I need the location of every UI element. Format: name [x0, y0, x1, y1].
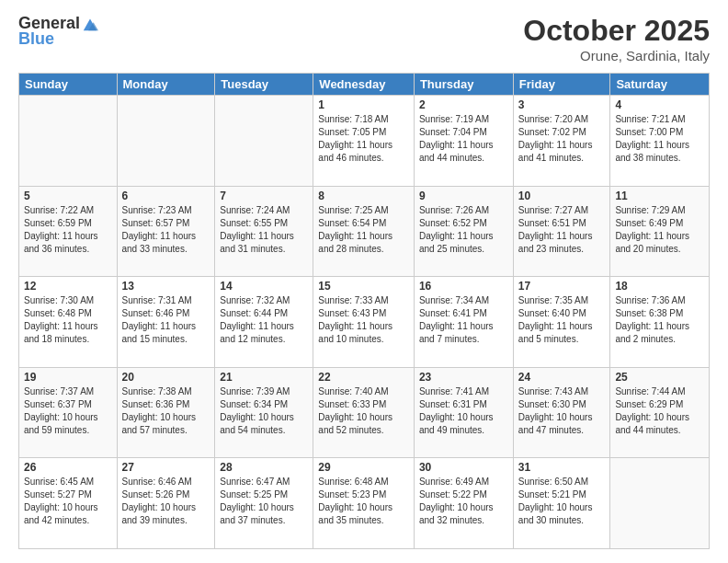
calendar-cell: 30Sunrise: 6:49 AM Sunset: 5:22 PM Dayli…: [414, 458, 513, 549]
day-info: Sunrise: 7:30 AM Sunset: 6:48 PM Dayligh…: [24, 294, 112, 346]
day-info: Sunrise: 6:45 AM Sunset: 5:27 PM Dayligh…: [24, 476, 112, 527]
day-info: Sunrise: 7:39 AM Sunset: 6:34 PM Dayligh…: [220, 385, 308, 437]
day-info: Sunrise: 7:22 AM Sunset: 6:59 PM Dayligh…: [24, 204, 112, 256]
day-number: 3: [518, 98, 606, 111]
day-number: 6: [122, 190, 210, 202]
calendar-cell: 2Sunrise: 7:19 AM Sunset: 7:04 PM Daylig…: [414, 96, 513, 187]
day-info: Sunrise: 7:31 AM Sunset: 6:46 PM Dayligh…: [122, 294, 210, 346]
day-number: 25: [615, 371, 704, 384]
calendar-cell: 7Sunrise: 7:24 AM Sunset: 6:55 PM Daylig…: [215, 186, 313, 277]
day-number: 2: [419, 98, 508, 111]
day-number: 26: [24, 461, 112, 474]
header-row: SundayMondayTuesdayWednesdayThursdayFrid…: [19, 74, 710, 96]
calendar-cell: 4Sunrise: 7:21 AM Sunset: 7:00 PM Daylig…: [610, 96, 710, 187]
day-number: 22: [318, 371, 409, 384]
day-header-saturday: Saturday: [610, 74, 710, 96]
calendar-cell: 10Sunrise: 7:27 AM Sunset: 6:51 PM Dayli…: [513, 186, 610, 277]
calendar-cell: 24Sunrise: 7:43 AM Sunset: 6:30 PM Dayli…: [513, 367, 610, 458]
day-info: Sunrise: 7:41 AM Sunset: 6:31 PM Dayligh…: [419, 385, 508, 437]
day-info: Sunrise: 7:44 AM Sunset: 6:29 PM Dayligh…: [615, 385, 704, 437]
day-number: 23: [419, 371, 508, 384]
week-row-4: 19Sunrise: 7:37 AM Sunset: 6:37 PM Dayli…: [19, 367, 710, 458]
calendar-cell: 15Sunrise: 7:33 AM Sunset: 6:43 PM Dayli…: [313, 277, 415, 368]
day-header-wednesday: Wednesday: [313, 74, 415, 96]
calendar-cell: 16Sunrise: 7:34 AM Sunset: 6:41 PM Dayli…: [414, 277, 513, 368]
calendar-cell: 14Sunrise: 7:32 AM Sunset: 6:44 PM Dayli…: [215, 277, 313, 368]
day-info: Sunrise: 6:47 AM Sunset: 5:25 PM Dayligh…: [220, 476, 308, 527]
calendar-cell: 25Sunrise: 7:44 AM Sunset: 6:29 PM Dayli…: [610, 367, 710, 458]
day-number: 11: [615, 190, 704, 202]
day-number: 7: [220, 190, 308, 202]
day-number: 19: [24, 371, 112, 384]
calendar-cell: 23Sunrise: 7:41 AM Sunset: 6:31 PM Dayli…: [414, 367, 513, 458]
day-number: 16: [419, 280, 508, 293]
day-info: Sunrise: 7:27 AM Sunset: 6:51 PM Dayligh…: [518, 204, 606, 256]
day-number: 13: [122, 280, 210, 293]
day-number: 18: [615, 280, 704, 293]
day-info: Sunrise: 7:29 AM Sunset: 6:49 PM Dayligh…: [615, 204, 704, 256]
day-info: Sunrise: 7:43 AM Sunset: 6:30 PM Dayligh…: [518, 385, 606, 437]
day-number: 1: [318, 98, 409, 111]
calendar-cell: 22Sunrise: 7:40 AM Sunset: 6:33 PM Dayli…: [313, 367, 415, 458]
day-header-tuesday: Tuesday: [215, 74, 313, 96]
week-row-2: 5Sunrise: 7:22 AM Sunset: 6:59 PM Daylig…: [19, 186, 710, 277]
day-number: 9: [419, 190, 508, 202]
day-info: Sunrise: 7:26 AM Sunset: 6:52 PM Dayligh…: [419, 204, 508, 256]
calendar-cell: 18Sunrise: 7:36 AM Sunset: 6:38 PM Dayli…: [610, 277, 710, 368]
calendar-cell: [610, 458, 710, 549]
week-row-5: 26Sunrise: 6:45 AM Sunset: 5:27 PM Dayli…: [19, 458, 710, 549]
logo: General Blue: [18, 14, 98, 49]
day-number: 8: [318, 190, 409, 202]
day-number: 14: [220, 280, 308, 293]
calendar-cell: 11Sunrise: 7:29 AM Sunset: 6:49 PM Dayli…: [610, 186, 710, 277]
week-row-3: 12Sunrise: 7:30 AM Sunset: 6:48 PM Dayli…: [19, 277, 710, 368]
day-number: 29: [318, 461, 409, 474]
header: General Blue October 2025 Orune, Sardini…: [18, 14, 710, 63]
day-info: Sunrise: 7:25 AM Sunset: 6:54 PM Dayligh…: [318, 204, 409, 256]
day-info: Sunrise: 7:35 AM Sunset: 6:40 PM Dayligh…: [518, 294, 606, 346]
day-number: 12: [24, 280, 112, 293]
day-number: 28: [220, 461, 308, 474]
day-info: Sunrise: 7:18 AM Sunset: 7:05 PM Dayligh…: [318, 113, 409, 165]
day-info: Sunrise: 7:34 AM Sunset: 6:41 PM Dayligh…: [419, 294, 508, 346]
main-title: October 2025: [523, 14, 710, 48]
calendar-cell: 6Sunrise: 7:23 AM Sunset: 6:57 PM Daylig…: [117, 186, 215, 277]
calendar-cell: 12Sunrise: 7:30 AM Sunset: 6:48 PM Dayli…: [19, 277, 118, 368]
calendar-cell: 27Sunrise: 6:46 AM Sunset: 5:26 PM Dayli…: [117, 458, 215, 549]
day-number: 20: [122, 371, 210, 384]
calendar-cell: [215, 96, 313, 187]
day-info: Sunrise: 6:48 AM Sunset: 5:23 PM Dayligh…: [318, 476, 409, 527]
day-header-sunday: Sunday: [19, 74, 118, 96]
day-info: Sunrise: 7:40 AM Sunset: 6:33 PM Dayligh…: [318, 385, 409, 437]
day-info: Sunrise: 7:24 AM Sunset: 6:55 PM Dayligh…: [220, 204, 308, 256]
day-header-thursday: Thursday: [414, 74, 513, 96]
day-info: Sunrise: 7:36 AM Sunset: 6:38 PM Dayligh…: [615, 294, 704, 346]
title-block: October 2025 Orune, Sardinia, Italy: [523, 14, 710, 63]
day-info: Sunrise: 7:21 AM Sunset: 7:00 PM Dayligh…: [615, 113, 704, 165]
week-row-1: 1Sunrise: 7:18 AM Sunset: 7:05 PM Daylig…: [19, 96, 710, 187]
day-header-monday: Monday: [117, 74, 215, 96]
logo-icon: [82, 16, 98, 32]
day-info: Sunrise: 7:23 AM Sunset: 6:57 PM Dayligh…: [122, 204, 210, 256]
calendar-cell: 21Sunrise: 7:39 AM Sunset: 6:34 PM Dayli…: [215, 367, 313, 458]
calendar-cell: 19Sunrise: 7:37 AM Sunset: 6:37 PM Dayli…: [19, 367, 118, 458]
day-number: 15: [318, 280, 409, 293]
calendar-cell: 5Sunrise: 7:22 AM Sunset: 6:59 PM Daylig…: [19, 186, 118, 277]
day-info: Sunrise: 6:46 AM Sunset: 5:26 PM Dayligh…: [122, 476, 210, 527]
calendar-table: SundayMondayTuesdayWednesdayThursdayFrid…: [18, 73, 710, 549]
day-info: Sunrise: 7:32 AM Sunset: 6:44 PM Dayligh…: [220, 294, 308, 346]
day-number: 27: [122, 461, 210, 474]
calendar-cell: 20Sunrise: 7:38 AM Sunset: 6:36 PM Dayli…: [117, 367, 215, 458]
logo-blue-text: Blue: [18, 29, 54, 49]
day-number: 10: [518, 190, 606, 202]
day-info: Sunrise: 7:19 AM Sunset: 7:04 PM Dayligh…: [419, 113, 508, 165]
calendar-cell: 3Sunrise: 7:20 AM Sunset: 7:02 PM Daylig…: [513, 96, 610, 187]
day-number: 30: [419, 461, 508, 474]
subtitle: Orune, Sardinia, Italy: [523, 48, 710, 63]
day-info: Sunrise: 6:49 AM Sunset: 5:22 PM Dayligh…: [419, 476, 508, 527]
day-info: Sunrise: 6:50 AM Sunset: 5:21 PM Dayligh…: [518, 476, 606, 527]
day-header-friday: Friday: [513, 74, 610, 96]
calendar-cell: [117, 96, 215, 187]
day-info: Sunrise: 7:20 AM Sunset: 7:02 PM Dayligh…: [518, 113, 606, 165]
calendar-cell: 1Sunrise: 7:18 AM Sunset: 7:05 PM Daylig…: [313, 96, 415, 187]
